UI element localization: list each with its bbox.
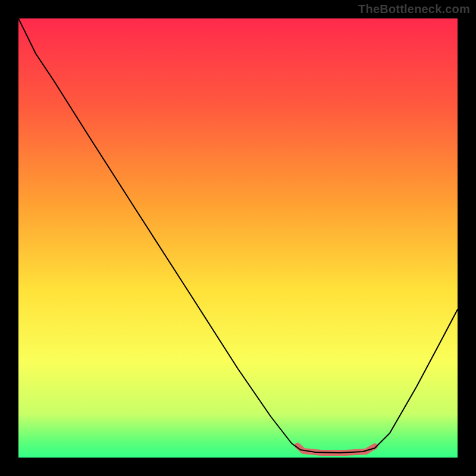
chart-container: TheBottleneck.com <box>0 0 476 476</box>
plot-background <box>18 18 458 458</box>
watermark-text: TheBottleneck.com <box>358 2 470 16</box>
bottleneck-curve-chart <box>0 0 476 476</box>
